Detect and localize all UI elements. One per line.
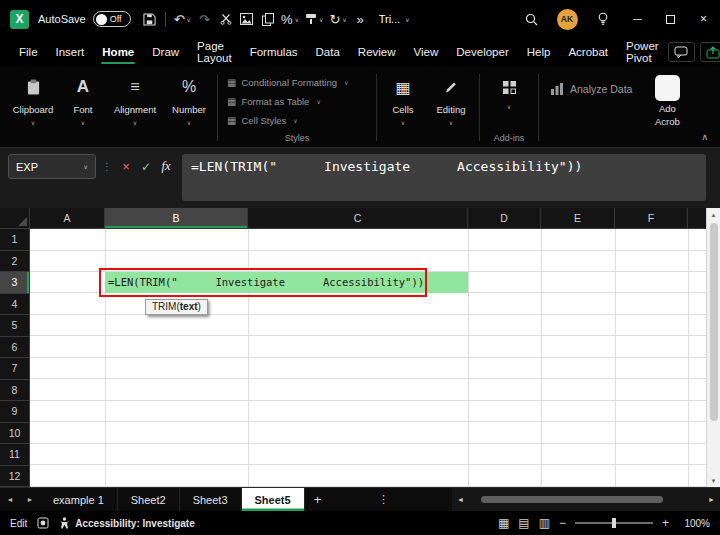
column-header-d[interactable]: D	[468, 208, 541, 229]
share-button[interactable]	[700, 42, 720, 62]
menu-file[interactable]: File	[10, 38, 47, 66]
sheet-tab-sheet3[interactable]: Sheet3	[180, 488, 242, 511]
sheet-tab-sheet5[interactable]: Sheet5	[242, 488, 305, 511]
format-as-table-button[interactable]: ▦ Format as Table ∨	[227, 92, 373, 111]
zoom-in-button[interactable]: +	[662, 516, 669, 530]
cell-styles-button[interactable]: ▦ Cell Styles ∨	[227, 111, 373, 130]
ribbon-alignment-button[interactable]: ≡ Alignment ∨	[106, 68, 164, 147]
scroll-left-button[interactable]: ◄	[457, 496, 464, 503]
column-header-f[interactable]: F	[615, 208, 688, 229]
cells-area[interactable]: =LEN(TRIM(" Investigate Accessibility"))…	[30, 229, 706, 487]
column-header-c[interactable]: C	[248, 208, 468, 229]
formula-input[interactable]: =LEN(TRIM(" Investigate Accessibility"))	[182, 154, 706, 201]
scroll-right-button[interactable]: ►	[708, 496, 715, 503]
menu-data[interactable]: Data	[307, 38, 349, 66]
row-header-9[interactable]: 9	[0, 401, 30, 423]
formula-bar-handle[interactable]: ⋮	[102, 154, 112, 179]
macro-record-icon[interactable]	[37, 517, 49, 529]
vertical-scroll-thumb[interactable]	[710, 223, 718, 421]
row-header-11[interactable]: 11	[0, 444, 30, 466]
menu-home[interactable]: Home	[93, 38, 143, 66]
normal-view-button[interactable]: ▦	[498, 516, 509, 530]
maximize-button[interactable]	[654, 0, 687, 38]
row-header-7[interactable]: 7	[0, 358, 30, 380]
zoom-slider-thumb[interactable]	[612, 518, 616, 528]
menu-formulas[interactable]: Formulas	[241, 38, 307, 66]
account-button[interactable]: AK	[549, 0, 585, 38]
ribbon-number-button[interactable]: % Number ∨	[164, 68, 214, 147]
row-header-1[interactable]: 1	[0, 229, 30, 251]
sheet-options-button[interactable]: ⋮	[371, 488, 397, 511]
ribbon-font-button[interactable]: A Font ∨	[60, 68, 106, 147]
format-painter-button[interactable]: ∨	[302, 6, 326, 32]
row-header-10[interactable]: 10	[0, 423, 30, 445]
ribbon-addins-button[interactable]: ∨ Add-ins	[483, 68, 535, 147]
menu-view[interactable]: View	[405, 38, 448, 66]
zoom-out-button[interactable]: −	[559, 516, 566, 530]
column-header-b[interactable]: B	[105, 208, 248, 229]
horizontal-scrollbar[interactable]: ◄ ►	[452, 488, 720, 511]
search-button[interactable]	[513, 0, 549, 38]
menu-power-pivot[interactable]: Power Pivot	[617, 38, 668, 66]
autosave-toggle[interactable]: Off	[93, 11, 131, 27]
menu-draw[interactable]: Draw	[143, 38, 188, 66]
insert-function-button[interactable]: fx	[156, 154, 176, 179]
enter-button[interactable]: ✓	[136, 154, 156, 179]
cut-button[interactable]	[215, 6, 236, 32]
ribbon-cells-button[interactable]: ▦ Cells ∨	[380, 68, 426, 147]
menu-insert[interactable]: Insert	[47, 38, 94, 66]
ribbon-editing-button[interactable]: Editing ∨	[426, 68, 476, 147]
adobe-acrobat-button[interactable]: Ado Acrob	[640, 68, 694, 147]
new-sheet-button[interactable]: +	[305, 488, 331, 511]
save-button[interactable]	[139, 6, 160, 32]
row-header-8[interactable]: 8	[0, 380, 30, 402]
scroll-up-button[interactable]: ▲	[711, 208, 717, 221]
menu-page-layout[interactable]: Page Layout	[188, 38, 241, 66]
menu-review[interactable]: Review	[349, 38, 405, 66]
menu-acrobat[interactable]: Acrobat	[559, 38, 617, 66]
page-layout-view-button[interactable]: ▤	[518, 516, 529, 530]
analyze-data-button[interactable]: Analyze Data	[542, 68, 640, 96]
column-header-a[interactable]: A	[30, 208, 105, 229]
refresh-button[interactable]: ↻ ∨	[326, 6, 349, 32]
cancel-button[interactable]: ×	[116, 154, 136, 179]
row-header-12[interactable]: 12	[0, 466, 30, 488]
row-header-2[interactable]: 2	[0, 251, 30, 273]
sheet-tab-sheet2[interactable]: Sheet2	[118, 488, 180, 511]
collapse-ribbon-button[interactable]: ∧	[701, 132, 708, 142]
menu-developer[interactable]: Developer	[447, 38, 517, 66]
row-header-5[interactable]: 5	[0, 315, 30, 337]
menu-help[interactable]: Help	[518, 38, 560, 66]
minimize-button[interactable]: ─	[621, 0, 654, 38]
page-break-preview-button[interactable]: ▥	[539, 516, 550, 530]
copy-button[interactable]	[257, 6, 278, 32]
scroll-down-button[interactable]: ▼	[711, 474, 717, 487]
row-header-3[interactable]: 3	[0, 272, 30, 294]
tabs-scroll-left-button[interactable]: ◄	[0, 488, 20, 511]
tabs-scroll-right-button[interactable]: ►	[20, 488, 40, 511]
name-box[interactable]: EXP ∨	[8, 154, 96, 179]
zoom-level[interactable]: 100%	[678, 518, 710, 529]
accessibility-status[interactable]: Accessibility: Investigate	[59, 517, 195, 529]
undo-button[interactable]: ↶ ∨	[171, 6, 194, 32]
vertical-scrollbar[interactable]: ▲ ▼	[706, 208, 720, 487]
column-header-e[interactable]: E	[541, 208, 615, 229]
excel-logo-icon[interactable]: X	[10, 10, 29, 29]
redo-button[interactable]: ↷	[194, 6, 215, 32]
sheet-tab-example-1[interactable]: example 1	[40, 488, 118, 511]
document-title[interactable]: Tri... ∨	[379, 13, 410, 25]
zoom-slider[interactable]	[575, 522, 653, 524]
close-button[interactable]: ×	[687, 0, 720, 38]
select-all-button[interactable]	[0, 208, 30, 229]
picture-button[interactable]	[236, 6, 257, 32]
ribbon-clipboard-button[interactable]: Clipboard ∨	[6, 68, 60, 147]
row-header-6[interactable]: 6	[0, 337, 30, 359]
row-header-4[interactable]: 4	[0, 294, 30, 316]
horizontal-scroll-track[interactable]	[469, 495, 703, 504]
tips-button[interactable]	[585, 0, 621, 38]
conditional-formatting-button[interactable]: ▦ Conditional Formatting ∨	[227, 73, 373, 92]
horizontal-scroll-thumb[interactable]	[481, 496, 664, 503]
percent-style-button[interactable]: % ∨	[278, 6, 302, 32]
more-commands-button[interactable]: »	[350, 6, 371, 32]
comments-button[interactable]	[668, 42, 695, 62]
